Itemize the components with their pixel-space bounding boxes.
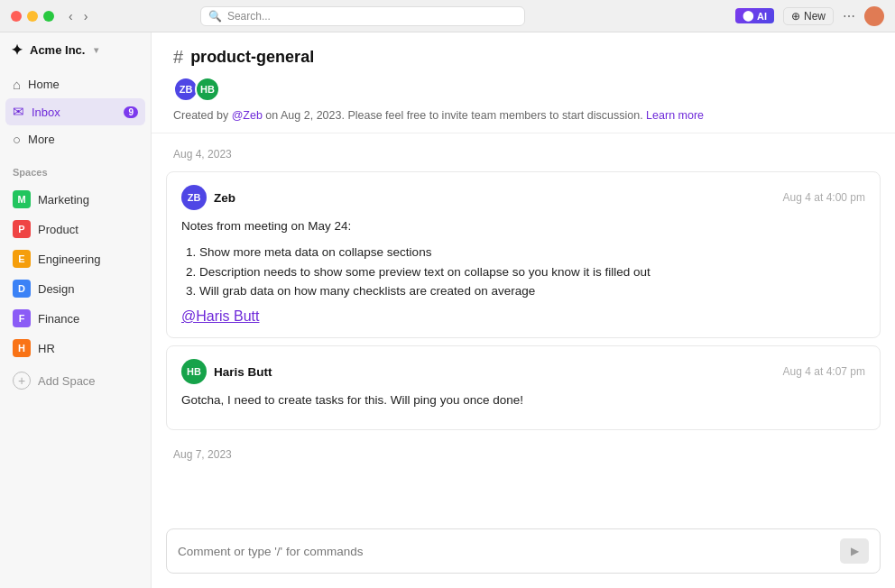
sidebar-item-label: Marketing	[38, 193, 89, 207]
message-avatar-haris: HB	[181, 359, 207, 384]
comment-submit-button[interactable]: ▶	[840, 538, 869, 564]
message-author-row: HB Haris Butt	[181, 359, 272, 384]
sidebar-item-label: Inbox	[32, 106, 60, 119]
message-header: HB Haris Butt Aug 4 at 4:07 pm	[181, 359, 865, 384]
message-card: HB Haris Butt Aug 4 at 4:07 pm Gotcha, I…	[166, 345, 881, 430]
channel-title: product-general	[190, 48, 314, 67]
titlebar: ‹ › 🔍 Search... ⬤ AI ⊕ New ⋯	[0, 0, 895, 32]
channel-meta: Created by @Zeb on Aug 2, 2023. Please f…	[173, 109, 873, 122]
titlebar-actions: ⬤ AI ⊕ New ⋯	[735, 6, 884, 26]
send-icon: ▶	[851, 545, 859, 557]
sidebar-item-label: Home	[28, 78, 60, 91]
message-timestamp: Aug 4 at 4:00 pm	[783, 191, 865, 204]
message-header: ZB Zeb Aug 4 at 4:00 pm	[181, 185, 865, 210]
more-icon: ○	[13, 132, 21, 147]
message-author-name: Haris Butt	[214, 365, 272, 379]
close-button[interactable]	[11, 11, 22, 22]
date-divider-2: Aug 7, 2023	[152, 434, 895, 468]
channel-header: # product-general ZB HB Created by @Zeb …	[152, 32, 895, 133]
hr-space-icon: H	[13, 339, 31, 357]
add-space-button[interactable]: + Add Space	[5, 366, 145, 395]
minimize-button[interactable]	[27, 11, 38, 22]
member-avatar-haris: HB	[195, 77, 220, 102]
message-body-intro: Notes from meeting on May 24:	[181, 217, 865, 235]
back-button[interactable]: ‹	[65, 7, 77, 25]
engineering-space-icon: E	[13, 250, 31, 268]
list-item: Will grab data on how many checklists ar…	[199, 281, 865, 301]
user-avatar[interactable]	[864, 6, 884, 26]
sidebar-item-label: HR	[38, 342, 55, 355]
message-author-name: Zeb	[214, 191, 235, 205]
search-placeholder: Search...	[227, 10, 271, 23]
spaces-section-label: Spaces	[0, 156, 151, 181]
message-body: Gotcha, I need to create tasks for this.…	[181, 391, 865, 409]
comment-box-area: ▶	[152, 518, 895, 588]
sidebar-item-label: Design	[38, 282, 74, 296]
maximize-button[interactable]	[43, 11, 54, 22]
comment-box: ▶	[166, 528, 881, 574]
workspace-selector[interactable]: ✦ Acme Inc. ▾	[0, 32, 151, 68]
content-area: # product-general ZB HB Created by @Zeb …	[152, 32, 895, 588]
sidebar-item-label: Product	[38, 223, 78, 236]
list-item: Description needs to show some preview t…	[199, 262, 865, 282]
nav-arrows: ‹ ›	[65, 7, 91, 25]
learn-more-link[interactable]: Learn more	[646, 109, 704, 122]
comment-input[interactable]	[178, 545, 833, 558]
sidebar-item-label: More	[28, 133, 55, 146]
add-space-label: Add Space	[38, 374, 96, 388]
chevron-down-icon: ▾	[94, 45, 98, 55]
list-item: Show more meta data on collapse sections	[199, 243, 865, 262]
sidebar: ✦ Acme Inc. ▾ ⌂ Home ✉ Inbox 9 ○ More Sp…	[0, 32, 152, 588]
ai-badge[interactable]: ⬤ AI	[735, 8, 774, 23]
spaces-list: M Marketing P Product E Engineering D De…	[0, 181, 151, 366]
message-avatar-zeb: ZB	[181, 185, 207, 210]
sidebar-item-label: Finance	[38, 312, 79, 326]
sidebar-item-engineering[interactable]: E Engineering	[5, 244, 145, 273]
sidebar-item-product[interactable]: P Product	[5, 215, 145, 243]
sidebar-item-marketing[interactable]: M Marketing	[5, 185, 145, 214]
new-button[interactable]: ⊕ New	[783, 7, 834, 25]
product-space-icon: P	[13, 220, 31, 238]
meta-author-link[interactable]: @Zeb	[232, 109, 263, 122]
messages-area: Aug 4, 2023 ZB Zeb Aug 4 at 4:00 pm Note…	[152, 133, 895, 518]
message-timestamp: Aug 4 at 4:07 pm	[783, 365, 865, 378]
design-space-icon: D	[13, 280, 31, 298]
message-list: Show more meta data on collapse sections…	[181, 243, 865, 301]
search-bar[interactable]: 🔍 Search...	[200, 6, 525, 26]
sidebar-item-inbox[interactable]: ✉ Inbox 9	[5, 98, 145, 125]
hash-icon: #	[173, 47, 183, 68]
sidebar-item-label: Engineering	[38, 253, 100, 266]
window-controls	[11, 11, 54, 22]
sidebar-item-more[interactable]: ○ More	[5, 126, 145, 152]
sidebar-item-finance[interactable]: F Finance	[5, 304, 145, 333]
message-author-row: ZB Zeb	[181, 185, 235, 210]
grid-icon[interactable]: ⋯	[843, 9, 855, 23]
finance-space-icon: F	[13, 309, 31, 327]
workspace-icon: ✦	[11, 41, 23, 59]
search-icon: 🔍	[208, 10, 222, 23]
main-layout: ✦ Acme Inc. ▾ ⌂ Home ✉ Inbox 9 ○ More Sp…	[0, 32, 895, 588]
workspace-name: Acme Inc.	[30, 43, 85, 57]
channel-members: ZB HB	[173, 77, 873, 102]
date-divider-1: Aug 4, 2023	[152, 133, 895, 168]
sidebar-item-design[interactable]: D Design	[5, 274, 145, 303]
inbox-icon: ✉	[13, 104, 24, 120]
home-icon: ⌂	[13, 77, 21, 92]
message-card: ZB Zeb Aug 4 at 4:00 pm Notes from meeti…	[166, 171, 881, 338]
mention-link[interactable]: @Haris Butt	[181, 308, 259, 324]
plus-icon: +	[13, 372, 31, 390]
sidebar-nav: ⌂ Home ✉ Inbox 9 ○ More	[0, 68, 151, 156]
ai-icon: ⬤	[743, 10, 753, 22]
channel-title-row: # product-general	[173, 47, 873, 68]
forward-button[interactable]: ›	[80, 7, 92, 25]
marketing-space-icon: M	[13, 190, 31, 208]
circle-icon: ⊕	[791, 10, 800, 23]
inbox-badge: 9	[124, 106, 138, 118]
sidebar-item-home[interactable]: ⌂ Home	[5, 71, 145, 97]
sidebar-item-hr[interactable]: H HR	[5, 334, 145, 363]
